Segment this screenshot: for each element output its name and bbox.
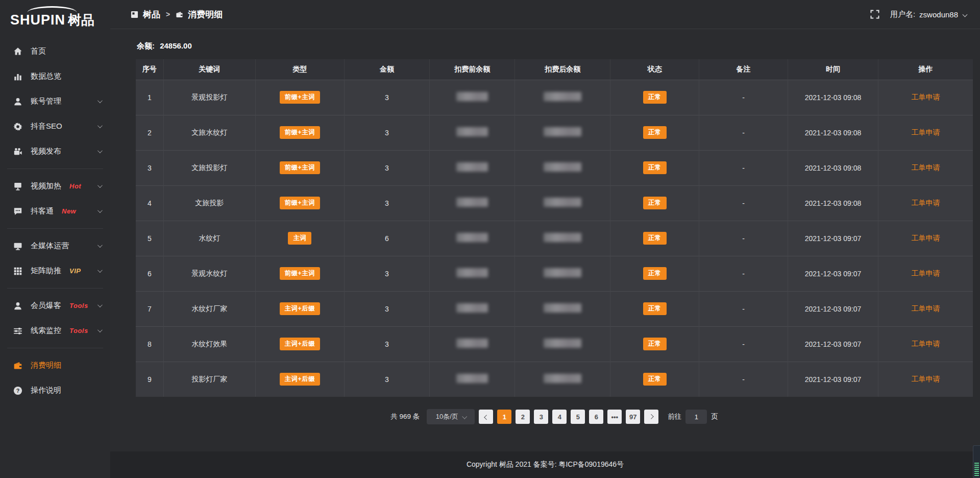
work-order-link[interactable]: 工单申请: [912, 340, 940, 348]
cell-keyword: 景观水纹灯: [163, 256, 255, 291]
cell-keyword: 文旅投影: [163, 185, 255, 221]
content: 余额: 24856.00 序号关键词类型金额扣费前余额扣费后余额状态备注时间操作…: [110, 29, 980, 451]
masked-value: [456, 339, 488, 348]
status-badge: 正常: [643, 197, 667, 209]
cell-balance-after: [515, 185, 610, 221]
status-badge: 正常: [643, 126, 667, 139]
page-button-6[interactable]: 6: [589, 410, 603, 424]
sidebar-item-label: 操作说明: [31, 386, 61, 395]
page-button-1[interactable]: 1: [497, 410, 511, 424]
status-badge: 正常: [643, 232, 667, 245]
cell-time: 2021-12-03 09:07: [788, 326, 878, 362]
sidebar-item-6[interactable]: 视频加热Hot: [0, 174, 110, 199]
sidebar-item-3[interactable]: 账号管理: [0, 89, 110, 114]
chevron-down-icon: [97, 302, 103, 307]
user-menu[interactable]: 用户名: zswodun88: [890, 10, 967, 19]
page-button-97[interactable]: 97: [626, 410, 640, 424]
type-badge: 主词+后缀: [280, 373, 321, 386]
work-order-link[interactable]: 工单申请: [912, 304, 940, 313]
chevron-down-icon: [97, 123, 103, 128]
masked-value: [544, 374, 581, 383]
work-order-link[interactable]: 工单申请: [912, 93, 940, 101]
sidebar-item-7[interactable]: 抖客通New: [0, 199, 110, 224]
goto-page-input[interactable]: [685, 410, 707, 424]
sidebar-item-8[interactable]: 全媒体运营: [0, 233, 110, 258]
cell-status: 正常: [610, 185, 699, 221]
work-order-link[interactable]: 工单申请: [912, 234, 940, 242]
work-order-link[interactable]: 工单申请: [912, 199, 940, 207]
table-row: 9投影灯厂家主词+后缀3正常-2021-12-03 09:07工单申请: [136, 362, 973, 397]
sidebar-item-11[interactable]: 线索监控Tools: [0, 318, 110, 343]
table-header-row: 序号关键词类型金额扣费前余额扣费后余额状态备注时间操作: [136, 59, 973, 80]
sidebar-item-10[interactable]: 会员爆客Tools: [0, 293, 110, 318]
page-button-4[interactable]: 4: [552, 410, 567, 424]
sidebar-item-label: 数据总览: [31, 71, 61, 81]
masked-value: [456, 233, 488, 242]
cell-action: 工单申请: [878, 256, 973, 291]
pagination: 共 969 条 10条/页 123456•••97 前往 页: [136, 409, 973, 424]
monitor-icon: [13, 242, 22, 251]
cell-remark: -: [699, 291, 788, 326]
sidebar-item-4[interactable]: 抖音SEO: [0, 114, 110, 139]
page-size-select[interactable]: 10条/页: [427, 409, 475, 424]
work-order-link[interactable]: 工单申请: [912, 163, 940, 172]
bar-chart-icon: [13, 72, 22, 81]
cell-index: 3: [136, 150, 163, 185]
sidebar-item-label: 全媒体运营: [31, 241, 69, 251]
fullscreen-icon[interactable]: [870, 9, 880, 19]
topbar-right: 用户名: zswodun88: [870, 9, 967, 19]
sidebar-item-9[interactable]: 矩阵助推VIP: [0, 258, 110, 283]
consumption-table: 序号关键词类型金额扣费前余额扣费后余额状态备注时间操作 1景观投影灯前缀+主词3…: [136, 59, 973, 397]
column-header: 金额: [344, 59, 429, 80]
cell-index: 8: [136, 326, 163, 362]
sidebar-item-1[interactable]: 首页: [0, 39, 110, 64]
cell-balance-before: [430, 362, 515, 397]
chevron-right-icon: [649, 414, 654, 419]
goto-page: 前往 页: [668, 410, 718, 424]
sidebar-item-tag: Tools: [69, 302, 88, 309]
username-value: zswodun88: [919, 10, 958, 19]
sidebar-item-13[interactable]: ?操作说明: [0, 378, 110, 403]
cell-status: 正常: [610, 362, 699, 397]
column-header: 时间: [788, 59, 878, 80]
sidebar-item-5[interactable]: 视频发布: [0, 139, 110, 164]
column-header: 序号: [136, 59, 163, 80]
page-button-3[interactable]: 3: [534, 410, 548, 424]
sliders-icon: [13, 326, 22, 336]
work-order-link[interactable]: 工单申请: [912, 375, 940, 383]
type-badge: 前缀+主词: [280, 161, 321, 174]
type-badge: 主词: [288, 232, 311, 245]
table-row: 7水纹灯厂家主词+后缀3正常-2021-12-03 09:07工单申请: [136, 291, 973, 326]
next-page-button[interactable]: [644, 410, 658, 424]
column-header: 类型: [256, 59, 345, 80]
work-order-link[interactable]: 工单申请: [912, 128, 940, 136]
type-badge: 主词+后缀: [280, 302, 321, 315]
type-badge: 前缀+主词: [280, 91, 321, 104]
logo-text: SHUPIN: [10, 12, 65, 28]
cell-amount: 3: [344, 256, 429, 291]
mini-scrollbar-widget[interactable]: [973, 445, 980, 478]
cell-time: 2021-12-03 09:07: [788, 291, 878, 326]
page-button-5[interactable]: 5: [571, 410, 585, 424]
cell-action: 工单申请: [878, 221, 973, 256]
breadcrumb-item-home[interactable]: 树品: [143, 9, 160, 20]
cell-keyword: 投影灯厂家: [163, 362, 255, 397]
sidebar-item-2[interactable]: 数据总览: [0, 64, 110, 89]
work-order-link[interactable]: 工单申请: [912, 269, 940, 277]
cell-remark: -: [699, 326, 788, 362]
status-badge: 正常: [643, 91, 667, 104]
masked-value: [544, 92, 581, 101]
cell-keyword: 水纹灯: [163, 221, 255, 256]
page-button-2[interactable]: 2: [516, 410, 530, 424]
table-row: 6景观水纹灯前缀+主词3正常-2021-12-03 09:07工单申请: [136, 256, 973, 291]
chevron-down-icon: [963, 12, 968, 17]
copyright-text: Copyright 树品 2021 备案号: 粤ICP备09019646号: [467, 460, 624, 469]
sidebar-item-12[interactable]: 消费明细: [0, 353, 110, 378]
cell-type: 前缀+主词: [256, 185, 345, 221]
cell-amount: 3: [344, 185, 429, 221]
masked-value: [456, 162, 488, 172]
more-pages-button[interactable]: •••: [607, 410, 622, 424]
cell-remark: -: [699, 256, 788, 291]
prev-page-button[interactable]: [479, 410, 493, 424]
chevron-down-icon: [97, 268, 103, 273]
